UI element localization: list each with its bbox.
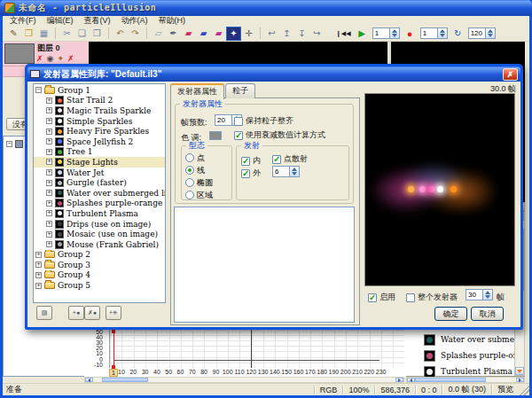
scrollbar-thumb[interactable]: [415, 378, 486, 382]
layer-thumbnail[interactable]: [4, 43, 35, 64]
record-button[interactable]: ●: [403, 27, 418, 40]
emit-out-row[interactable]: 外: [241, 168, 261, 179]
tab-emitter-properties[interactable]: 发射器属性: [170, 83, 224, 99]
new-button[interactable]: ✎: [6, 27, 21, 41]
project-tree-stub[interactable]: −: [6, 140, 23, 148]
pen-tool-button[interactable]: ✒: [166, 27, 181, 41]
scroll-right-button[interactable]: [395, 378, 403, 382]
copy-button[interactable]: ❏: [74, 27, 90, 41]
expand-icon[interactable]: +: [35, 261, 42, 268]
spin-down-icon[interactable]: [488, 34, 493, 37]
point-scatter-row[interactable]: 点散射: [272, 153, 308, 165]
spinner-arrows[interactable]: [390, 27, 400, 39]
shape-option[interactable]: 区域: [185, 190, 213, 200]
tree-emitter-row[interactable]: +Water over submerged light, dif: [34, 188, 165, 199]
shape-outline-button[interactable]: ▱: [151, 27, 166, 41]
spin-up-icon[interactable]: [485, 291, 490, 294]
emit-in-row[interactable]: 内: [241, 155, 261, 167]
decay-row[interactable]: 使用衰减数值计算方式: [234, 129, 325, 141]
expand-icon[interactable]: −: [35, 87, 42, 93]
start-frame-spinner[interactable]: 1: [372, 27, 400, 39]
end-frame-spinner[interactable]: 120: [468, 27, 496, 39]
spin-down-icon[interactable]: [392, 34, 397, 37]
nav-down-button[interactable]: ↧: [294, 27, 309, 41]
tree-emitter-row[interactable]: +Tree 1: [34, 147, 165, 158]
nav-back-button[interactable]: ↩: [264, 27, 279, 41]
point-scatter-checkbox[interactable]: [272, 155, 281, 164]
tree-group-row[interactable]: +Group 2: [34, 250, 165, 261]
layer-row[interactable]: 图层 0 ✗◉✦✗: [3, 42, 89, 66]
frame-marker-top[interactable]: [112, 330, 115, 333]
expand-icon[interactable]: +: [46, 241, 52, 247]
scroll-down-button[interactable]: [515, 367, 524, 375]
spin-down-icon[interactable]: [440, 34, 445, 37]
scroll-right-button[interactable]: [516, 378, 524, 382]
shape-option[interactable]: 点: [185, 152, 213, 163]
expand-icon[interactable]: +: [46, 169, 52, 176]
layer-delete-icon[interactable]: ✗: [36, 53, 43, 64]
paste-button[interactable]: ❒: [90, 27, 105, 41]
expand-icon[interactable]: +: [46, 231, 52, 238]
scrollbar-track[interactable]: [148, 378, 395, 382]
library-horizontal-scrollbar[interactable]: [406, 377, 525, 383]
tree-emitter-row[interactable]: +Star Trail 2: [34, 96, 165, 106]
expand-icon[interactable]: +: [46, 210, 52, 216]
group-up-button[interactable]: ▨: [36, 306, 52, 320]
tree-emitter-row[interactable]: +Mosaic (use on image): [34, 229, 165, 239]
expand-icon[interactable]: +: [35, 283, 42, 289]
enable-checkbox[interactable]: [368, 293, 377, 302]
blue-shape-button[interactable]: ▰: [196, 27, 211, 41]
add-emitter-button[interactable]: +●: [68, 306, 84, 320]
shape-option[interactable]: 线: [185, 165, 213, 176]
expand-icon[interactable]: +: [46, 107, 52, 113]
play-button[interactable]: ▶: [355, 27, 370, 40]
end-frame-value[interactable]: 120: [468, 27, 486, 39]
scroll-left-button[interactable]: [85, 378, 93, 382]
open-button[interactable]: ❐: [21, 27, 36, 41]
scatter-spinner[interactable]: 6: [272, 166, 300, 177]
dialog-close-button[interactable]: [503, 68, 518, 81]
nav-forward-button[interactable]: ↪: [309, 27, 325, 41]
expand-icon[interactable]: +: [46, 118, 52, 124]
tree-emitter-row[interactable]: +Mouse (Frank Gabriel): [34, 239, 165, 250]
resize-grip[interactable]: [519, 385, 529, 395]
scatter-value[interactable]: 6: [272, 166, 290, 177]
expand-icon[interactable]: +: [46, 190, 52, 196]
expand-icon[interactable]: +: [46, 98, 52, 104]
tree-emitter-row[interactable]: +Turbulent Plasma: [34, 208, 165, 219]
decay-checkbox[interactable]: [234, 131, 243, 140]
expand-icon[interactable]: +: [46, 138, 52, 144]
layer-visibility-icon[interactable]: ◉: [47, 53, 54, 64]
tree-emitter-row[interactable]: +Simple Sparkles: [34, 116, 165, 127]
emit-in-checkbox[interactable]: [241, 157, 250, 166]
whole-emitter-checkbox[interactable]: [406, 293, 415, 302]
property-graph[interactable]: 50403020100-10 1102030405060708090100110…: [84, 330, 406, 377]
spin-up-icon[interactable]: [392, 29, 397, 33]
spin-up-icon[interactable]: [440, 29, 445, 33]
expand-icon[interactable]: +: [46, 129, 52, 135]
tree-emitter-row[interactable]: +Water Jet: [34, 168, 165, 178]
timeline-horizontal-scrollbar[interactable]: [84, 377, 404, 383]
spin-up-icon[interactable]: [488, 29, 493, 33]
record-frame-spinner[interactable]: 1: [420, 27, 448, 39]
library-item[interactable]: Water over submerged light: [392, 332, 516, 347]
undo-button[interactable]: ↶: [113, 27, 128, 41]
particle-view-button[interactable]: ✦: [226, 27, 241, 41]
expand-icon[interactable]: +: [35, 252, 42, 258]
spinner-arrows[interactable]: [486, 27, 496, 39]
tree-emitter-row[interactable]: +Magic Trails Sparkle: [34, 105, 165, 116]
cut-button[interactable]: ✂: [59, 27, 74, 41]
expand-icon[interactable]: +: [46, 180, 52, 186]
hue-color-swatch[interactable]: [209, 131, 222, 140]
ok-button[interactable]: 确定: [434, 307, 467, 321]
scroll-left-button[interactable]: [407, 378, 415, 382]
loop-button[interactable]: ↻: [450, 27, 466, 40]
library-item[interactable]: Splashes purple-orange: [392, 347, 516, 363]
expand-icon[interactable]: −: [6, 141, 12, 147]
radio-icon[interactable]: [185, 191, 194, 199]
tree-group-row[interactable]: +Group 4: [34, 270, 165, 281]
spin-down-icon[interactable]: [292, 172, 297, 176]
tree-emitter-row[interactable]: +Gurgle (faster): [34, 177, 165, 188]
spinner-arrows[interactable]: [483, 289, 493, 300]
expand-icon[interactable]: +: [46, 149, 52, 155]
